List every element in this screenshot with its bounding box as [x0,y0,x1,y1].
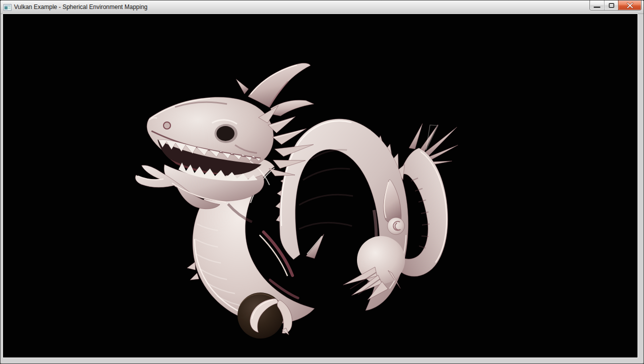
app-window: Vulkan Example - Spherical Environment M… [0,0,644,364]
render-viewport[interactable] [3,14,638,358]
window-controls [590,0,642,10]
close-icon [626,2,634,9]
app-icon[interactable] [4,4,12,12]
minimize-icon [594,6,600,8]
maximize-icon [608,3,614,8]
dragon-model-render [3,14,638,358]
maximize-button[interactable] [604,0,618,10]
minimize-button[interactable] [590,0,604,10]
titlebar[interactable]: Vulkan Example - Spherical Environment M… [0,0,644,14]
close-button[interactable] [618,0,641,10]
window-title: Vulkan Example - Spherical Environment M… [14,4,148,11]
